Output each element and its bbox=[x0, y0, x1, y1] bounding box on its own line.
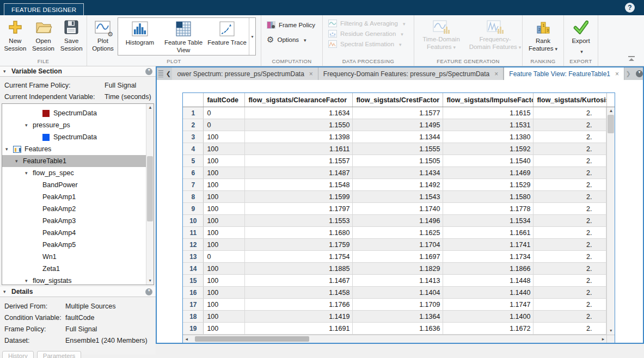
scroll-right-icon[interactable]: ▸ bbox=[602, 336, 605, 343]
feature-trace-button[interactable]: Feature Trace bbox=[205, 18, 249, 55]
expand-triangle-icon[interactable] bbox=[25, 278, 33, 283]
section-data-processing: Filtering & Averaging Residue Generation… bbox=[323, 15, 414, 66]
time-domain-features-button[interactable]: Time-Domain Features bbox=[415, 17, 468, 58]
table-row[interactable]: 201.15501.14951.15312. bbox=[183, 119, 606, 131]
table-row[interactable]: 121001.17591.17041.17412. bbox=[183, 239, 606, 251]
toolstrip-tab-feature-designer[interactable]: FEATURE DESIGNER bbox=[4, 3, 84, 15]
column-header-faultCode[interactable]: faultCode bbox=[204, 93, 245, 107]
table-row[interactable]: 171001.17661.17091.17472. bbox=[183, 299, 606, 311]
details-header[interactable]: ▾ Details bbox=[0, 287, 156, 297]
options-button[interactable]: ⚙ Options bbox=[267, 35, 315, 45]
tab-list-menu-icon[interactable] bbox=[636, 70, 643, 77]
column-header-flow_sigstats/CrestFactor[interactable]: flow_sigstats/CrestFactor bbox=[353, 93, 443, 107]
variable-section-header[interactable]: ▾ Variable Section bbox=[0, 66, 156, 77]
panel-menu-icon[interactable] bbox=[145, 288, 152, 295]
residue-generation-button[interactable]: Residue Generation bbox=[328, 30, 405, 38]
export-button[interactable]: Export bbox=[566, 16, 596, 58]
table-row[interactable]: 51001.15571.15051.15402. bbox=[183, 155, 606, 167]
tree-item-featuretable1[interactable]: FeatureTable1 bbox=[2, 155, 154, 167]
tree-item-peakamp1[interactable]: PeakAmp1 bbox=[2, 191, 154, 203]
new-session-button[interactable]: New Session bbox=[1, 16, 29, 58]
spectral-estimation-button[interactable]: Spectral Estimation bbox=[328, 40, 405, 48]
scroll-down-icon[interactable]: ▾ bbox=[607, 328, 615, 334]
table-row[interactable]: 61001.14871.14341.14692. bbox=[183, 167, 606, 179]
tree-item-flow_ps_spec[interactable]: flow_ps_spec bbox=[2, 167, 154, 179]
histogram-button[interactable]: Histogram bbox=[118, 18, 162, 55]
table-row[interactable]: 101.16341.15771.16152. bbox=[183, 107, 606, 119]
table-row[interactable]: 1301.17541.16971.17342. bbox=[183, 251, 606, 263]
frame-policy-button[interactable]: Frame Policy bbox=[267, 21, 315, 29]
expand-triangle-icon[interactable] bbox=[5, 146, 13, 152]
scrollbar-thumb[interactable] bbox=[147, 156, 153, 221]
table-row[interactable]: 141001.18851.18291.18662. bbox=[183, 263, 606, 275]
tab-frequency-domain-features[interactable]: Frequency-Domain Features: pressure_ps/S… bbox=[318, 67, 504, 80]
expand-triangle-icon[interactable] bbox=[25, 170, 33, 176]
tree-item-peakamp5[interactable]: PeakAmp5 bbox=[2, 239, 154, 251]
tree-item-peakamp3[interactable]: PeakAmp3 bbox=[2, 215, 154, 227]
tree-item-peakamp2[interactable]: PeakAmp2 bbox=[2, 203, 154, 215]
table-row[interactable]: 191001.16911.16361.16722. bbox=[183, 323, 606, 335]
column-header-flow_sigstats/ImpulseFactor[interactable]: flow_sigstats/ImpulseFactor bbox=[443, 93, 533, 107]
table-row[interactable]: 31001.13981.13441.13802. bbox=[183, 131, 606, 143]
tree-item-flow_sigstats[interactable]: flow_sigstats bbox=[2, 275, 154, 285]
collapse-triangle-icon[interactable]: ▾ bbox=[3, 289, 11, 294]
rank-features-button[interactable]: 213 Rank Features bbox=[524, 16, 562, 58]
open-session-button[interactable]: Open Session bbox=[29, 16, 58, 58]
help-icon[interactable]: ? bbox=[625, 3, 635, 13]
tree-item-spectrumdata[interactable]: SpectrumData bbox=[2, 131, 154, 143]
table-row[interactable]: 81001.15991.15431.15802. bbox=[183, 191, 606, 203]
tree-item-peakamp4[interactable]: PeakAmp4 bbox=[2, 227, 154, 239]
filtering-averaging-button[interactable]: Filtering & Averaging bbox=[328, 20, 405, 27]
scroll-left-icon[interactable]: ◂ bbox=[185, 336, 188, 343]
table-vertical-scrollbar[interactable]: ▲ ▾ bbox=[606, 107, 615, 335]
plot-options-button[interactable]: Plot Options bbox=[88, 16, 118, 58]
tree-item-zeta1[interactable]: Zeta1 bbox=[2, 263, 154, 275]
close-icon[interactable]: × bbox=[494, 71, 498, 77]
tree-item-features[interactable]: Features bbox=[2, 143, 154, 155]
collapse-triangle-icon[interactable]: ▾ bbox=[3, 69, 11, 74]
close-icon[interactable]: × bbox=[309, 71, 313, 77]
column-header-rownum[interactable] bbox=[183, 93, 204, 107]
expand-triangle-icon[interactable] bbox=[25, 122, 33, 128]
history-button[interactable]: History bbox=[2, 351, 34, 358]
frequency-domain-features-button[interactable]: Frequency-Domain Features bbox=[469, 17, 522, 58]
tree-item-spectrumdata[interactable]: SpectrumData bbox=[2, 107, 154, 119]
table-cell: 1.1759 bbox=[245, 239, 353, 250]
table-row[interactable]: 91001.17971.17401.17782. bbox=[183, 203, 606, 215]
column-header-flow_sigstats/Kurtosis[interactable]: flow_sigstats/Kurtosis bbox=[533, 93, 606, 107]
tab-scroll-right-icon[interactable]: ❯ bbox=[624, 67, 632, 80]
scroll-up-icon[interactable]: ▲ bbox=[607, 108, 615, 114]
table-row[interactable]: 111001.16801.16251.16612. bbox=[183, 227, 606, 239]
scroll-down-icon[interactable]: ▾ bbox=[146, 277, 154, 284]
feature-table-view-button[interactable]: Feature Table View bbox=[162, 18, 205, 55]
close-icon[interactable]: × bbox=[615, 71, 619, 77]
table-cell: 2. bbox=[533, 251, 606, 262]
panel-menu-icon[interactable] bbox=[145, 68, 152, 75]
table-row[interactable]: 151001.14671.14131.14482. bbox=[183, 275, 606, 287]
collapse-toolstrip-icon[interactable] bbox=[628, 56, 635, 61]
table-row[interactable]: 101001.15531.14961.15342. bbox=[183, 215, 606, 227]
tree-item-bandpower[interactable]: BandPower bbox=[2, 179, 154, 191]
export-check-icon bbox=[573, 18, 588, 36]
parameters-button[interactable]: Parameters bbox=[37, 351, 81, 358]
column-header-flow_sigstats/ClearanceFactor[interactable]: flow_sigstats/ClearanceFactor bbox=[245, 93, 353, 107]
tab-feature-table-view[interactable]: Feature Table View: FeatureTable1× bbox=[504, 67, 624, 80]
save-session-button[interactable]: Save Session bbox=[57, 16, 85, 58]
table-row[interactable]: 161001.14581.14041.14402. bbox=[183, 287, 606, 299]
table-row[interactable]: 181001.14191.13641.14002. bbox=[183, 311, 606, 323]
tab-scroll-left-icon[interactable]: ❮ bbox=[164, 67, 172, 80]
table-horizontal-scrollbar[interactable]: ◂ ▸ bbox=[183, 335, 606, 343]
tree-scrollbar[interactable]: ▲ ▾ bbox=[146, 104, 154, 285]
docbar-grip-icon[interactable] bbox=[158, 70, 163, 77]
expand-triangle-icon[interactable] bbox=[15, 158, 23, 164]
table-row[interactable]: 41001.16111.15551.15922. bbox=[183, 143, 606, 155]
tree-item-wn1[interactable]: Wn1 bbox=[2, 251, 154, 263]
tree-item-pressure_ps[interactable]: pressure_ps bbox=[2, 119, 154, 131]
table-row[interactable]: 71001.15481.14921.15292. bbox=[183, 179, 606, 191]
scroll-up-icon[interactable]: ▲ bbox=[146, 104, 154, 111]
scrollbar-thumb[interactable] bbox=[195, 336, 309, 342]
scrollbar-thumb[interactable] bbox=[608, 115, 614, 133]
tab-power-spectrum[interactable]: ower Spectrum: pressure_ps/SpectrumData× bbox=[172, 67, 318, 80]
info-label: Derived From: bbox=[4, 301, 65, 312]
gallery-expand-icon[interactable]: ▾ bbox=[249, 18, 255, 55]
